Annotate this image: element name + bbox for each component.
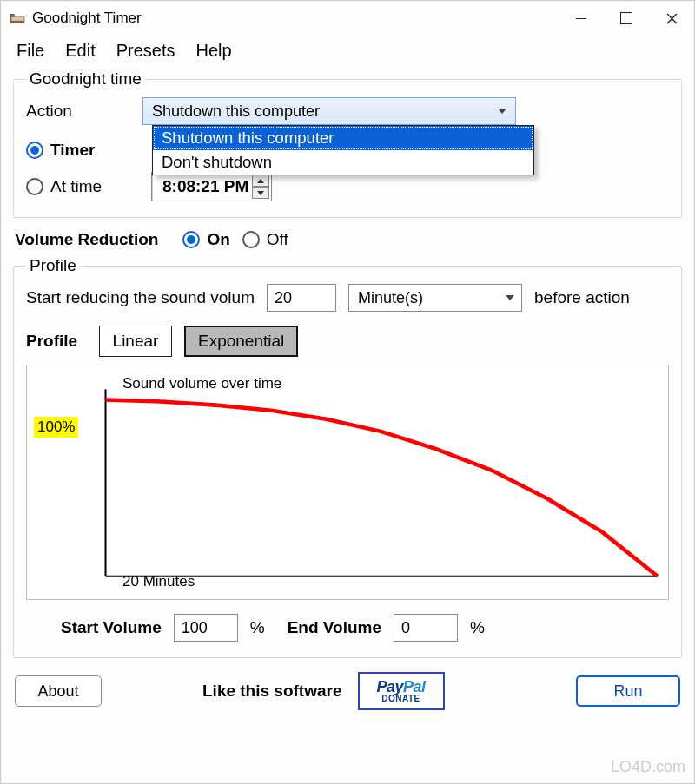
goodnight-group: Goodnight time Action Shutdown this comp… bbox=[13, 69, 682, 218]
endvol-pct: % bbox=[470, 618, 485, 637]
unit-select-value: Minute(s) bbox=[358, 289, 423, 307]
startvol-label: Start Volume bbox=[61, 618, 162, 637]
window-title: Goodnight Timer bbox=[32, 10, 142, 27]
minimize-button[interactable] bbox=[559, 1, 604, 36]
goodnight-legend: Goodnight time bbox=[26, 69, 145, 89]
timer-radio[interactable]: Timer bbox=[26, 141, 95, 160]
profile-group: Profile Start reducing the sound volum M… bbox=[13, 256, 682, 658]
titlebar: Goodnight Timer bbox=[1, 1, 694, 36]
watermark: LO4D.com bbox=[611, 758, 685, 776]
start-reducing-label: Start reducing the sound volum bbox=[26, 288, 255, 307]
chart-title: Sound volume over time bbox=[122, 375, 281, 392]
close-button[interactable] bbox=[649, 1, 694, 36]
svg-rect-2 bbox=[11, 17, 23, 21]
startvol-input[interactable] bbox=[174, 614, 238, 642]
chevron-down-icon bbox=[498, 109, 506, 114]
volume-reduction-label: Volume Reduction bbox=[15, 230, 158, 249]
maximize-button[interactable] bbox=[604, 1, 649, 36]
attime-radio-label: At time bbox=[50, 177, 102, 196]
timer-radio-label: Timer bbox=[50, 141, 95, 160]
action-option-shutdown[interactable]: Shutdown this computer bbox=[153, 126, 533, 150]
profile-label: Profile bbox=[26, 332, 87, 351]
profile-legend: Profile bbox=[26, 256, 80, 275]
chart-area: 100% Sound volume over time 20 Minutes bbox=[26, 366, 669, 600]
volred-off-label: Off bbox=[267, 230, 288, 249]
time-spin-up[interactable] bbox=[252, 175, 269, 187]
endvol-label: End Volume bbox=[288, 618, 381, 637]
menu-help[interactable]: Help bbox=[196, 41, 232, 61]
startvol-pct: % bbox=[250, 618, 265, 637]
menu-presets[interactable]: Presets bbox=[116, 41, 175, 61]
exponential-button[interactable]: Exponential bbox=[184, 326, 298, 357]
volred-on-radio[interactable]: On bbox=[182, 230, 229, 249]
before-action-label: before action bbox=[534, 288, 630, 307]
time-spinner[interactable]: 8:08:21 PM bbox=[151, 172, 272, 201]
volred-on-label: On bbox=[207, 230, 229, 249]
attime-radio[interactable]: At time bbox=[26, 177, 139, 196]
start-value-input[interactable] bbox=[267, 284, 336, 312]
linear-button[interactable]: Linear bbox=[99, 326, 172, 357]
donate-text: DONATE bbox=[381, 695, 420, 703]
action-select[interactable]: Shutdown this computer bbox=[142, 97, 516, 125]
endvol-input[interactable] bbox=[394, 614, 458, 642]
paypal-donate-button[interactable]: PayPal DONATE bbox=[358, 672, 445, 710]
action-label: Action bbox=[26, 102, 130, 121]
about-button[interactable]: About bbox=[15, 675, 102, 707]
volred-off-radio[interactable]: Off bbox=[242, 230, 288, 249]
chart-ylabel-badge: 100% bbox=[34, 417, 78, 438]
action-option-dont[interactable]: Don't shutdown bbox=[153, 150, 533, 175]
action-dropdown[interactable]: Shutdown this computer Don't shutdown bbox=[152, 125, 534, 175]
action-select-value: Shutdown this computer bbox=[152, 102, 320, 121]
like-label: Like this software bbox=[202, 682, 342, 701]
chart-xlabel: 20 Minutes bbox=[122, 573, 195, 590]
menu-edit[interactable]: Edit bbox=[65, 41, 95, 61]
menu-file[interactable]: File bbox=[17, 41, 44, 61]
footer-bar: About Like this software PayPal DONATE R… bbox=[1, 667, 694, 722]
run-button[interactable]: Run bbox=[576, 675, 680, 707]
svg-rect-1 bbox=[10, 14, 15, 17]
app-icon bbox=[8, 9, 27, 28]
chevron-down-icon bbox=[506, 295, 514, 300]
time-spin-down[interactable] bbox=[252, 187, 269, 199]
chart-svg bbox=[34, 372, 661, 592]
menubar: File Edit Presets Help bbox=[1, 36, 694, 69]
time-value: 8:08:21 PM bbox=[162, 177, 248, 196]
unit-select[interactable]: Minute(s) bbox=[348, 284, 522, 312]
